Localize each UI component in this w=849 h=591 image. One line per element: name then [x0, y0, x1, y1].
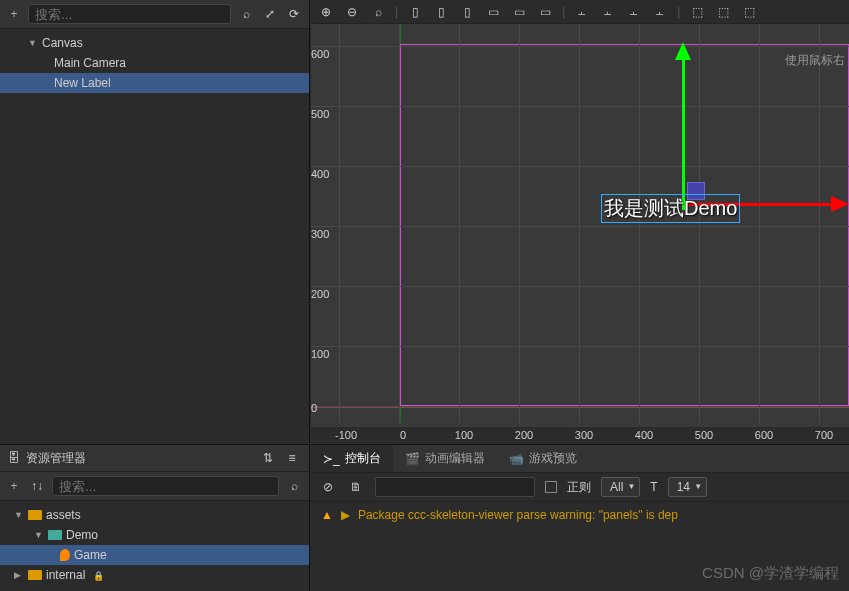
- hierarchy-tree: ▼ Canvas Main Camera New Label: [0, 29, 309, 97]
- tab-label: 游戏预览: [529, 450, 577, 467]
- tool-icon[interactable]: ⬚: [714, 3, 732, 21]
- tree-item-newlabel[interactable]: New Label: [0, 73, 309, 93]
- asset-item-assets[interactable]: ▼ assets: [0, 505, 309, 525]
- fontsize-select[interactable]: 14: [668, 477, 707, 497]
- asset-label: assets: [46, 508, 81, 522]
- asset-label: Game: [74, 548, 107, 562]
- expand-arrow-icon[interactable]: ▼: [14, 510, 24, 520]
- tree-item-canvas[interactable]: ▼ Canvas: [0, 33, 309, 53]
- hint-text: 使用鼠标右: [785, 52, 845, 69]
- scene-toolbar: ⊕ ⊖ ⌕ | ▯ ▯ ▯ ▭ ▭ ▭ | ⫠ ⫠ ⫠ ⫠ | ⬚ ⬚ ⬚: [311, 0, 849, 24]
- x-tick: 300: [575, 429, 593, 441]
- align-left-icon[interactable]: ▯: [406, 3, 424, 21]
- assets-tree: ▼ assets ▼ Demo Game ▶ internal: [0, 501, 309, 589]
- x-tick: 200: [515, 429, 533, 441]
- animation-icon: 🎬: [405, 452, 420, 466]
- expand-arrow-icon[interactable]: ▼: [28, 38, 38, 48]
- distribute-v-icon[interactable]: ⫠: [599, 3, 617, 21]
- x-tick: 100: [455, 429, 473, 441]
- x-tick: 600: [755, 429, 773, 441]
- refresh-icon[interactable]: ⟳: [285, 5, 303, 23]
- filter-select[interactable]: All: [601, 477, 640, 497]
- menu-icon[interactable]: ≡: [283, 449, 301, 467]
- asset-item-demo[interactable]: ▼ Demo: [0, 525, 309, 545]
- zoom-out-icon[interactable]: ⊖: [343, 3, 361, 21]
- console-message[interactable]: ▲ ▶ Package ccc-skeleton-viewer parse wa…: [311, 502, 849, 528]
- assets-panel: 🗄 资源管理器 ⇅ ≡ + ↑↓ ⌕ ▼ assets ▼ Demo Game …: [0, 444, 310, 591]
- distribute-icon[interactable]: ⫠: [625, 3, 643, 21]
- asset-label: Demo: [66, 528, 98, 542]
- expand-arrow-icon[interactable]: ▶: [14, 570, 24, 580]
- tab-label: 控制台: [345, 450, 381, 467]
- warning-icon: ▲: [321, 508, 333, 522]
- asset-label: internal: [46, 568, 85, 582]
- x-tick: 700: [815, 429, 833, 441]
- add-asset-button[interactable]: +: [6, 478, 22, 494]
- align-right-icon[interactable]: ▯: [458, 3, 476, 21]
- grid: [311, 24, 849, 423]
- asset-item-game[interactable]: Game: [0, 545, 309, 565]
- search-icon[interactable]: ⌕: [285, 477, 303, 495]
- tree-label: Canvas: [42, 36, 83, 50]
- assets-search-input[interactable]: [52, 476, 279, 496]
- watermark: CSDN @学渣学编程: [702, 564, 839, 583]
- expand-arrow-icon[interactable]: ▼: [34, 530, 44, 540]
- x-tick: 0: [400, 429, 406, 441]
- hierarchy-toolbar: + ⌕ ⤢ ⟳: [0, 0, 309, 29]
- tab-preview[interactable]: 📹 游戏预览: [497, 445, 589, 472]
- regex-label: 正则: [567, 479, 591, 496]
- lock-icon: [89, 568, 104, 582]
- scene-icon: [60, 549, 70, 561]
- scene-panel: ⊕ ⊖ ⌕ | ▯ ▯ ▯ ▭ ▭ ▭ | ⫠ ⫠ ⫠ ⫠ | ⬚ ⬚ ⬚ 使用…: [311, 0, 849, 443]
- align-bottom-icon[interactable]: ▭: [536, 3, 554, 21]
- zoom-in-icon[interactable]: ⊕: [317, 3, 335, 21]
- tab-animation[interactable]: 🎬 动画编辑器: [393, 445, 497, 472]
- folder-icon: [48, 530, 62, 540]
- collapse-icon[interactable]: ⤢: [261, 5, 279, 23]
- x-axis-labels: -100 0 100 200 300 400 500 600 700: [311, 427, 849, 443]
- x-tick: 400: [635, 429, 653, 441]
- add-node-button[interactable]: +: [6, 6, 22, 22]
- canvas-bounds: [400, 44, 849, 406]
- distribute-icon[interactable]: ⫠: [651, 3, 669, 21]
- preview-icon: 📹: [509, 452, 524, 466]
- tree-label: Main Camera: [54, 56, 126, 70]
- tool-icon[interactable]: ⬚: [688, 3, 706, 21]
- assets-header: 🗄 资源管理器 ⇅ ≡: [0, 445, 309, 472]
- hierarchy-search-input[interactable]: [28, 4, 231, 24]
- text-icon: T: [650, 480, 657, 494]
- hierarchy-panel: + ⌕ ⤢ ⟳ ▼ Canvas Main Camera New Label: [0, 0, 310, 443]
- sort-asc-icon[interactable]: ↑↓: [28, 477, 46, 495]
- align-middle-icon[interactable]: ▭: [510, 3, 528, 21]
- x-tick: -100: [335, 429, 357, 441]
- tree-item-camera[interactable]: Main Camera: [0, 53, 309, 73]
- align-top-icon[interactable]: ▭: [484, 3, 502, 21]
- folder-icon: [28, 570, 42, 580]
- db-icon: 🗄: [8, 451, 20, 465]
- clear-icon[interactable]: ⊘: [319, 478, 337, 496]
- sort-icon[interactable]: ⇅: [259, 449, 277, 467]
- console-toolbar: ⊘ 🗎 正则 All T 14: [311, 473, 849, 502]
- tab-console[interactable]: ≻_ 控制台: [311, 445, 393, 472]
- assets-toolbar: + ↑↓ ⌕: [0, 472, 309, 501]
- caret-icon: ▶: [341, 508, 350, 522]
- tool-icon[interactable]: ⬚: [740, 3, 758, 21]
- scene-viewport[interactable]: 使用鼠标右 我是测试Demo 600 500 400 300 200 100 0: [311, 24, 849, 423]
- file-icon[interactable]: 🗎: [347, 478, 365, 496]
- console-filter-input[interactable]: [375, 477, 535, 497]
- x-tick: 500: [695, 429, 713, 441]
- tree-label: New Label: [54, 76, 111, 90]
- zoom-fit-icon[interactable]: ⌕: [369, 3, 387, 21]
- align-center-icon[interactable]: ▯: [432, 3, 450, 21]
- tab-label: 动画编辑器: [425, 450, 485, 467]
- y-axis-labels: 600 500 400 300 200 100 0: [311, 24, 329, 423]
- asset-item-internal[interactable]: ▶ internal: [0, 565, 309, 585]
- assets-title: 资源管理器: [26, 450, 86, 467]
- bottom-tabs: ≻_ 控制台 🎬 动画编辑器 📹 游戏预览: [311, 445, 849, 473]
- search-icon[interactable]: ⌕: [237, 5, 255, 23]
- folder-icon: [28, 510, 42, 520]
- console-icon: ≻_: [323, 452, 340, 466]
- regex-checkbox[interactable]: [545, 481, 557, 493]
- distribute-h-icon[interactable]: ⫠: [573, 3, 591, 21]
- selected-node-label[interactable]: 我是测试Demo: [601, 194, 740, 223]
